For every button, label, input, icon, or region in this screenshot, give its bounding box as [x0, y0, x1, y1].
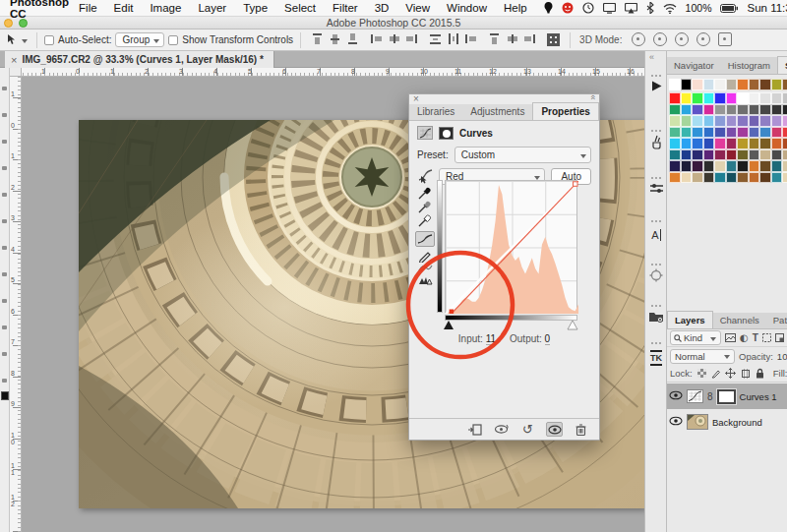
color-swatch[interactable]	[759, 172, 771, 184]
color-swatch[interactable]	[703, 160, 715, 172]
lock-all-icon[interactable]	[756, 368, 764, 379]
blend-mode-dropdown[interactable]: Normal	[670, 349, 735, 364]
align-horizontal-centers-icon[interactable]	[388, 32, 400, 45]
color-swatch[interactable]	[714, 138, 726, 149]
color-swatch[interactable]	[759, 115, 771, 127]
3d-orbit-icon[interactable]	[632, 32, 645, 46]
color-swatch[interactable]	[726, 104, 738, 116]
tools-panel-clipped-edge[interactable]	[0, 51, 10, 532]
filter-shape-layers-icon[interactable]	[762, 333, 771, 342]
tab-libraries[interactable]: Libraries	[409, 103, 462, 120]
color-swatch[interactable]	[749, 138, 760, 149]
color-swatch[interactable]	[669, 104, 681, 116]
menu-item-image[interactable]: Image	[150, 2, 181, 14]
filter-adjustment-layers-icon[interactable]: ◐	[740, 333, 749, 343]
menu-app-name[interactable]: Photoshop CC	[10, 0, 69, 20]
color-swatch[interactable]	[703, 149, 715, 161]
color-swatch[interactable]	[771, 160, 783, 172]
color-swatch[interactable]	[726, 115, 738, 127]
tab-adjustments[interactable]: Adjustments	[462, 103, 532, 120]
color-swatch[interactable]	[681, 138, 693, 149]
color-swatch[interactable]	[737, 104, 749, 116]
collapse-panel-icon[interactable]: «	[587, 94, 597, 99]
smooth-curve-icon[interactable]	[418, 263, 435, 275]
color-swatch[interactable]	[771, 104, 783, 116]
color-swatch[interactable]	[737, 79, 749, 90]
distribute-vertical-icon[interactable]	[429, 32, 442, 45]
color-swatch[interactable]	[681, 115, 693, 127]
menu-item-window[interactable]: Window	[447, 2, 487, 14]
color-swatch[interactable]	[726, 160, 738, 172]
3d-roll-icon[interactable]	[653, 32, 667, 46]
airplay-icon[interactable]	[625, 3, 637, 14]
color-swatch[interactable]	[771, 149, 783, 161]
color-swatch[interactable]	[681, 172, 693, 184]
color-swatch[interactable]	[692, 172, 703, 184]
color-swatch[interactable]	[737, 160, 749, 172]
color-swatch[interactable]	[714, 160, 726, 172]
color-swatch[interactable]	[749, 149, 760, 161]
color-swatch[interactable]	[771, 172, 783, 184]
align-vertical-centers-icon[interactable]	[329, 32, 341, 45]
toggle-visibility-icon[interactable]	[546, 422, 563, 437]
color-swatch[interactable]	[703, 104, 715, 116]
view-previous-state-icon[interactable]	[493, 422, 510, 437]
layer-visibility-eye-icon[interactable]	[669, 390, 683, 402]
clone-source-icon[interactable]	[645, 264, 667, 282]
document-tab[interactable]: × IMG_9657.CR2 @ 33.3% (Curves 1, Layer …	[5, 51, 274, 68]
3d-slide-icon[interactable]	[696, 32, 710, 46]
distribute-horizontal-icon[interactable]	[447, 32, 459, 45]
tk-panel-icon[interactable]: TK	[645, 342, 667, 366]
color-swatch[interactable]	[669, 172, 681, 184]
align-top-edges-icon[interactable]	[311, 32, 324, 45]
color-swatch[interactable]	[692, 149, 703, 161]
color-swatch[interactable]	[681, 127, 693, 139]
color-swatch[interactable]	[759, 104, 771, 116]
layer-visibility-eye-icon[interactable]	[669, 416, 683, 428]
color-swatch[interactable]	[703, 138, 715, 149]
menu-item-type[interactable]: Type	[243, 2, 268, 14]
tab-properties[interactable]: Properties	[532, 102, 598, 120]
color-swatch[interactable]	[737, 138, 749, 149]
menu-clock[interactable]: Sun 11:37 AM	[747, 2, 787, 14]
show-transform-checkbox[interactable]	[168, 35, 178, 45]
color-swatch[interactable]	[714, 104, 726, 116]
tab-swatches[interactable]: Swatches	[777, 56, 787, 74]
color-swatch[interactable]	[749, 160, 760, 172]
layer-row-background[interactable]: Background	[667, 409, 787, 435]
color-swatch[interactable]	[692, 104, 703, 116]
layer-mask-thumbnail[interactable]	[717, 389, 736, 404]
distribute-right-edges-icon[interactable]	[523, 32, 536, 45]
color-swatch[interactable]	[692, 127, 703, 139]
color-swatch[interactable]	[681, 104, 693, 116]
bluetooth-icon[interactable]	[646, 2, 654, 14]
color-swatch[interactable]	[771, 138, 783, 149]
color-swatch[interactable]	[703, 172, 715, 184]
color-swatch[interactable]	[782, 160, 787, 172]
auto-select-dropdown[interactable]: Group	[115, 32, 164, 47]
color-swatch[interactable]	[771, 79, 783, 90]
distribute-top-edges-icon[interactable]	[488, 32, 501, 45]
tab-paths[interactable]: Paths	[766, 312, 787, 328]
curves-grid[interactable]	[445, 180, 577, 313]
color-swatch[interactable]	[782, 149, 787, 161]
gray-point-eyedropper-icon[interactable]	[418, 201, 435, 213]
color-swatch[interactable]	[669, 79, 681, 90]
color-swatch[interactable]	[714, 92, 726, 104]
color-swatch[interactable]	[782, 138, 787, 149]
color-swatch[interactable]	[771, 127, 783, 139]
color-swatch[interactable]	[759, 160, 771, 172]
lock-artboard-icon[interactable]	[741, 369, 751, 379]
color-swatch[interactable]	[692, 160, 703, 172]
tab-navigator[interactable]: Navigator	[667, 57, 721, 74]
color-swatch[interactable]	[703, 92, 715, 104]
filter-kind-dropdown[interactable]: Kind	[670, 330, 721, 345]
color-swatch[interactable]	[737, 92, 749, 104]
color-swatch[interactable]	[714, 149, 726, 161]
close-tab-icon[interactable]: ×	[11, 54, 17, 66]
color-swatch[interactable]	[782, 79, 787, 90]
color-swatch[interactable]	[726, 172, 738, 184]
color-swatch[interactable]	[782, 127, 787, 139]
color-swatch[interactable]	[692, 79, 703, 90]
clip-to-layer-icon[interactable]	[466, 422, 483, 437]
